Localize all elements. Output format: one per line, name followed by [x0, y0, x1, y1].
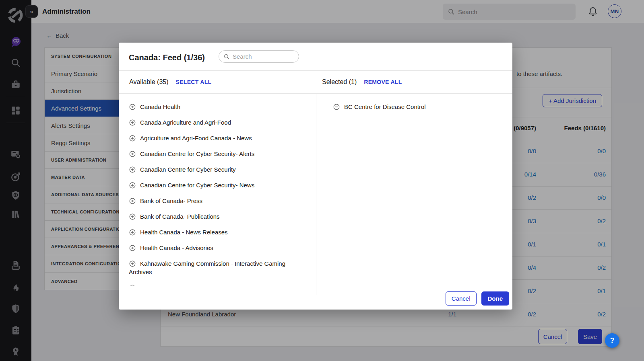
item-label: Canada Health — [140, 103, 180, 110]
add-circle-icon[interactable] — [129, 197, 136, 205]
item-label: Agriculture and Agri-Food Canada - News — [140, 135, 252, 142]
item-label: Health Canada - News Releases — [140, 229, 228, 236]
available-item[interactable]: Bank of Canada- Publications — [119, 209, 316, 224]
dialog-search[interactable] — [219, 50, 299, 63]
available-item[interactable]: Health Canada - Advisories — [119, 240, 316, 256]
available-item[interactable]: Canada Agriculture and Agri-Food — [119, 115, 316, 130]
add-circle-icon[interactable] — [129, 244, 136, 252]
item-label: Health Canada - Advisories — [140, 244, 213, 251]
available-item[interactable]: Health Canada - News Releases — [119, 224, 316, 240]
add-circle-icon[interactable] — [129, 150, 136, 158]
add-circle-icon[interactable] — [129, 182, 136, 189]
dialog-cancel-button[interactable]: Cancel — [446, 291, 477, 306]
add-circle-icon[interactable] — [129, 213, 136, 220]
feed-picker-dialog: Canada: Feed (1/36) Available (35) SELEC… — [119, 43, 512, 310]
dialog-title: Canada: Feed (1/36) — [129, 53, 205, 62]
available-item[interactable]: Canadian Centre for Cyber Security — [119, 162, 316, 177]
dialog-footer: Cancel Done — [446, 291, 509, 306]
add-circle-icon[interactable] — [129, 119, 136, 126]
select-all-link[interactable]: SELECT ALL — [176, 79, 212, 85]
selected-list[interactable]: BC Centre for Disease Control — [316, 93, 512, 286]
available-header: Available (35) SELECT ALL — [129, 70, 211, 93]
selected-header: Selected (1) REMOVE ALL — [322, 70, 402, 93]
add-circle-icon[interactable] — [129, 229, 136, 236]
available-item[interactable]: Agriculture and Agri-Food Canada - News — [119, 130, 316, 146]
available-item[interactable]: Canadian Centre for Cyber Security- Aler… — [119, 146, 316, 162]
item-label: Canada Agriculture and Agri-Food — [140, 119, 231, 126]
available-item-clipped[interactable] — [119, 280, 316, 286]
item-label: Kahnawake Gaming Commission - Interactiv… — [129, 260, 285, 275]
dialog-search-input[interactable] — [219, 51, 299, 62]
help-button[interactable]: ? — [605, 333, 619, 348]
item-label: Canadian Centre for Cyber Security- Aler… — [140, 150, 254, 157]
available-item[interactable]: Canadian Centre for Cyber Security- News — [119, 177, 316, 193]
item-label: Bank of Canada- Publications — [140, 213, 220, 220]
selected-item[interactable]: BC Centre for Disease Control — [316, 99, 512, 115]
available-item[interactable]: Canada Health — [119, 99, 316, 115]
add-circle-icon[interactable] — [129, 284, 136, 286]
available-list[interactable]: Canada Health Canada Agriculture and Agr… — [119, 93, 316, 286]
available-count-label: Available (35) — [129, 78, 169, 86]
remove-all-link[interactable]: REMOVE ALL — [364, 79, 402, 85]
available-item[interactable]: Bank of Canada- Press — [119, 193, 316, 209]
add-circle-icon[interactable] — [129, 260, 136, 267]
item-label: BC Centre for Disease Control — [344, 103, 426, 110]
add-circle-icon[interactable] — [129, 135, 136, 142]
item-label: Bank of Canada- Press — [140, 197, 202, 204]
item-label: Canadian Centre for Cyber Security- News — [140, 182, 254, 189]
add-circle-icon[interactable] — [129, 103, 136, 111]
add-circle-icon[interactable] — [129, 166, 136, 173]
selected-count-label: Selected (1) — [322, 78, 357, 86]
remove-circle-icon[interactable] — [333, 103, 340, 111]
available-item[interactable]: Kahnawake Gaming Commission - Interactiv… — [119, 256, 316, 280]
dialog-done-button[interactable]: Done — [481, 291, 510, 306]
item-label: Canadian Centre for Cyber Security — [140, 166, 236, 173]
